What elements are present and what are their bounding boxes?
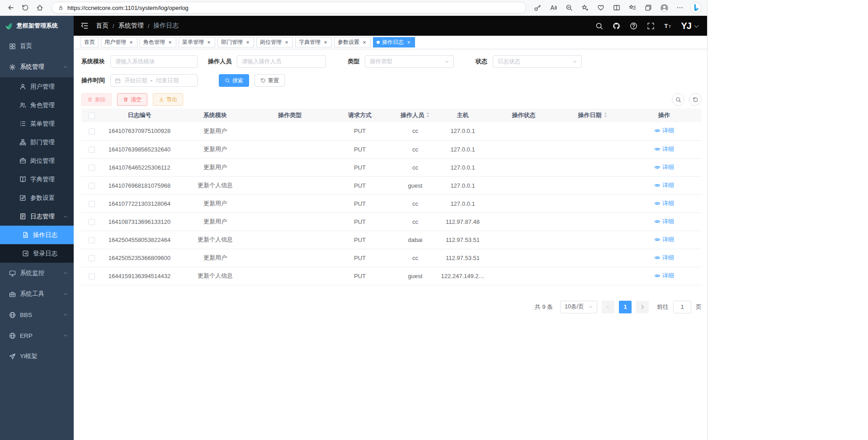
close-icon[interactable]: × [362, 40, 367, 45]
toggle-search-button[interactable] [672, 93, 684, 106]
back-button[interactable] [4, 1, 18, 14]
row-checkbox[interactable] [89, 201, 95, 207]
sidebar-item-user[interactable]: 用户管理 [0, 77, 74, 96]
user-menu[interactable]: YJ [681, 21, 700, 30]
column-header[interactable]: 操作人员 [394, 109, 437, 122]
home-button[interactable] [33, 1, 47, 14]
row-checkbox[interactable] [89, 273, 95, 279]
tab-0[interactable]: 首页 [80, 37, 99, 47]
search-button[interactable]: 搜索 [219, 74, 249, 87]
tab-6[interactable]: 字典管理× [295, 37, 332, 47]
font-size-icon[interactable]: TT [664, 22, 672, 30]
sidebar-item-tools[interactable]: 系统工具 [0, 284, 74, 304]
add-favorite-icon[interactable] [578, 1, 592, 14]
sidebar-item-erp[interactable]: ERP [0, 325, 74, 346]
close-icon[interactable]: × [206, 40, 212, 45]
reset-button[interactable]: 重置 [255, 74, 285, 87]
help-icon[interactable] [630, 22, 637, 30]
detail-link[interactable]: 详细 [654, 163, 674, 171]
close-icon[interactable]: × [406, 40, 411, 45]
sidebar-item-dict[interactable]: 字典管理 [0, 170, 74, 189]
breadcrumb-system[interactable]: 系统管理 [118, 22, 144, 30]
more-menu-icon[interactable] [673, 1, 687, 14]
row-checkbox[interactable] [89, 165, 95, 171]
sidebar-item-home[interactable]: 首页 [0, 36, 74, 57]
sidebar-item-loginlog[interactable]: 登录日志 [0, 244, 74, 263]
row-checkbox[interactable] [89, 183, 95, 189]
tab-7[interactable]: 参数设置× [334, 37, 371, 47]
date-range-picker[interactable]: 开始日期 - 结束日期 [110, 74, 198, 87]
detail-link[interactable]: 详细 [654, 236, 674, 244]
sidebar-item-dept[interactable]: 部门管理 [0, 133, 74, 151]
module-input[interactable] [110, 55, 198, 68]
page-size-select[interactable]: 10条/页 [560, 301, 597, 313]
status-select[interactable]: 日志状态 [493, 55, 582, 68]
goto-page-input[interactable] [673, 301, 691, 313]
profile-avatar[interactable] [657, 1, 671, 14]
search-icon[interactable] [595, 22, 603, 30]
sidebar-toggle-icon[interactable] [80, 22, 89, 30]
sort-icon[interactable] [426, 112, 430, 118]
tab-5[interactable]: 岗位管理× [256, 37, 293, 47]
row-checkbox[interactable] [89, 219, 95, 225]
tab-4[interactable]: 部门管理× [217, 37, 254, 47]
tab-3[interactable]: 菜单管理× [179, 37, 215, 47]
password-key-icon[interactable] [531, 1, 544, 14]
sidebar-item-log[interactable]: 日志管理 [0, 207, 74, 226]
delete-button[interactable]: 删除 [81, 93, 112, 106]
sidebar-item-monitor[interactable]: 系统监控 [0, 263, 74, 284]
operator-input[interactable] [237, 55, 326, 68]
detail-link[interactable]: 详细 [654, 218, 674, 226]
select-all-checkbox[interactable] [89, 113, 95, 119]
app-logo[interactable]: 意框架管理系统 [0, 16, 74, 36]
address-bar[interactable]: https://ccnetcore.com:1101/system/log/op… [52, 2, 526, 14]
detail-link[interactable]: 详细 [654, 199, 674, 208]
clear-button[interactable]: 清空 [117, 93, 147, 106]
close-icon[interactable]: × [323, 40, 328, 45]
refresh-table-button[interactable] [689, 93, 702, 106]
collections-icon[interactable] [642, 1, 655, 14]
column-header[interactable]: 操作日期 [559, 109, 627, 122]
sort-icon[interactable] [604, 112, 608, 118]
page-1-button[interactable]: 1 [619, 301, 632, 313]
tab-8[interactable]: 操作日志× [373, 37, 415, 47]
refresh-button[interactable] [18, 1, 33, 14]
table-cell: cc [394, 194, 437, 213]
sidebar-item-yi[interactable]: Yi框架 [0, 346, 74, 367]
sidebar-item-post[interactable]: 岗位管理 [0, 151, 74, 170]
fullscreen-icon[interactable] [647, 22, 655, 30]
detail-link[interactable]: 详细 [654, 145, 674, 153]
sidebar-item-config[interactable]: 参数设置 [0, 189, 74, 207]
detail-link[interactable]: 详细 [654, 127, 674, 135]
row-checkbox[interactable] [89, 255, 95, 261]
detail-link[interactable]: 详细 [654, 254, 674, 262]
close-icon[interactable]: × [128, 40, 134, 45]
detail-link[interactable]: 详细 [654, 181, 674, 189]
sidebar-item-bbs[interactable]: BBS [0, 304, 74, 325]
export-button[interactable]: 导出 [153, 93, 183, 106]
prev-page-button[interactable] [602, 301, 614, 313]
close-icon[interactable]: × [245, 40, 250, 45]
github-icon[interactable] [613, 22, 620, 30]
sidebar-item-system[interactable]: 系统管理 [0, 57, 74, 77]
row-checkbox[interactable] [89, 128, 95, 135]
close-icon[interactable]: × [284, 40, 289, 45]
bing-icon[interactable] [689, 1, 703, 14]
read-aloud-icon[interactable] [547, 1, 560, 14]
split-screen-icon[interactable] [610, 1, 623, 14]
tab-1[interactable]: 用户管理× [101, 37, 137, 47]
browser-essentials-icon[interactable] [594, 1, 608, 14]
sidebar-item-operlog[interactable]: 操作日志 [0, 226, 74, 244]
row-checkbox[interactable] [89, 237, 95, 243]
type-select[interactable]: 操作类型 [365, 55, 454, 68]
breadcrumb-home[interactable]: 首页 [96, 22, 108, 30]
close-icon[interactable]: × [167, 40, 173, 45]
zoom-out-icon[interactable] [562, 1, 576, 14]
row-checkbox[interactable] [89, 147, 95, 153]
sidebar-item-menu[interactable]: 菜单管理 [0, 114, 74, 133]
next-page-button[interactable] [636, 301, 649, 313]
tab-2[interactable]: 角色管理× [140, 37, 176, 47]
detail-link[interactable]: 详细 [654, 272, 674, 280]
favorites-bar-icon[interactable] [626, 1, 639, 14]
sidebar-item-role[interactable]: 角色管理 [0, 96, 74, 114]
